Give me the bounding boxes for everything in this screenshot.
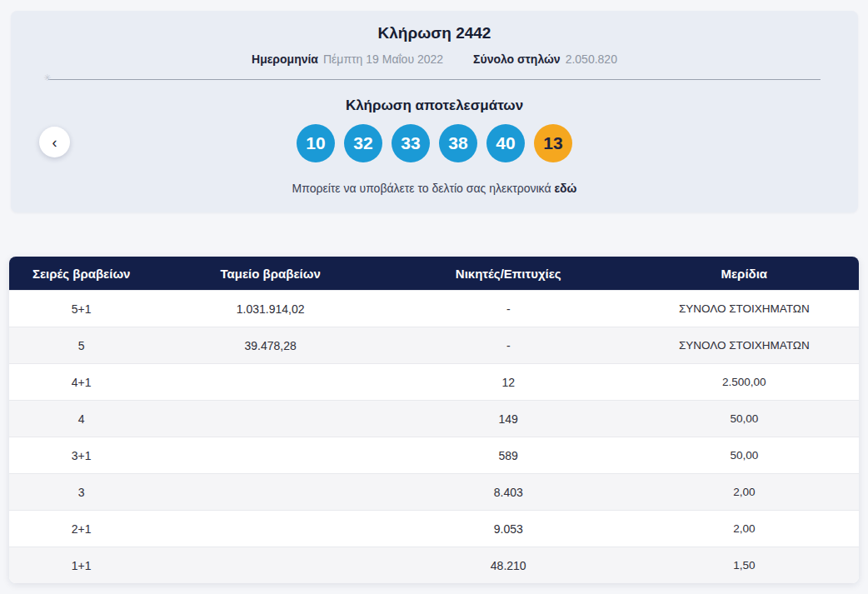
previous-draw-button[interactable]: ‹ [39,127,70,157]
table-row: 2+1 9.053 2,00 [9,510,859,547]
share-cell: 2.500,00 [630,376,859,388]
draw-date: Ημερομηνία Πέμπτη 19 Μαΐου 2022 [252,52,443,66]
draw-title: Κλήρωση 2442 [11,24,858,42]
column-header-fund: Ταμείο βραβείων [153,267,387,281]
table-row: 5 39.478,28 - ΣΥΝΟΛΟ ΣΤΟΙΧΗΜΑΤΩΝ [9,327,859,363]
table-row: 4 149 50,00 [9,400,859,437]
tier-cell: 2+1 [9,522,153,536]
number-ball: 38 [439,124,477,162]
fund-cell: 39.478,28 [153,339,387,352]
table-row: 5+1 1.031.914,02 - ΣΥΝΟΛΟ ΣΤΟΙΧΗΜΑΤΩΝ [9,290,859,327]
share-cell: ΣΥΝΟΛΟ ΣΤΟΙΧΗΜΑΤΩΝ [630,302,859,315]
tier-cell: 1+1 [9,559,153,572]
winners-cell: 48.210 [387,559,630,572]
tier-cell: 3 [9,486,153,499]
share-cell: ΣΥΝΟΛΟ ΣΤΟΙΧΗΜΑΤΩΝ [630,339,859,352]
card-divider: ✳ [48,79,821,80]
table-row: 4+1 12 2.500,00 [9,363,859,400]
share-cell: 2,00 [630,486,859,498]
submit-line: Μπορείτε να υποβάλετε το δελτίο σας ηλεκ… [11,182,858,195]
winning-numbers: 10 32 33 38 40 13 [11,124,858,162]
winners-cell: - [387,339,630,352]
winners-cell: - [387,302,630,316]
number-ball: 32 [344,124,382,162]
chevron-left-icon: ‹ [52,135,57,150]
column-header-winners: Νικητές/Επιτυχίες [387,267,630,281]
fund-cell: 1.031.914,02 [153,302,387,316]
winners-cell: 9.053 [387,522,630,536]
table-row: 1+1 48.210 1,50 [9,547,859,583]
winners-cell: 12 [387,376,630,389]
divider-line [48,79,821,80]
asterisk-icon: ✳ [43,72,51,83]
joker-ball: 13 [534,124,572,162]
draw-card: Κλήρωση 2442 Ημερομηνία Πέμπτη 19 Μαΐου … [11,11,858,212]
total-columns-label: Σύνολο στηλών [473,52,561,66]
winners-cell: 8.403 [387,486,630,499]
share-cell: 1,50 [630,559,859,572]
table-header-row: Σειρές βραβείων Ταμείο βραβείων Νικητές/… [9,257,859,290]
total-columns: Σύνολο στηλών 2.050.820 [473,52,617,66]
tier-cell: 4+1 [9,376,153,389]
share-cell: 2,00 [630,522,859,535]
number-ball: 40 [486,124,525,162]
tier-cell: 3+1 [9,449,153,462]
tier-cell: 4 [9,412,153,426]
tier-cell: 5+1 [9,302,153,316]
draw-meta: Ημερομηνία Πέμπτη 19 Μαΐου 2022 Σύνολο σ… [11,52,858,66]
draw-date-value: Πέμπτη 19 Μαΐου 2022 [323,52,443,66]
prizes-table: Σειρές βραβείων Ταμείο βραβείων Νικητές/… [9,257,859,583]
winners-cell: 589 [387,449,630,462]
table-row: 3 8.403 2,00 [9,473,859,510]
column-header-share: Μερίδια [630,267,859,281]
share-cell: 50,00 [630,449,859,462]
submit-text: Μπορείτε να υποβάλετε το δελτίο σας ηλεκ… [292,182,551,195]
results-heading: Κλήρωση αποτελεσμάτων [11,97,858,113]
share-cell: 50,00 [630,412,859,425]
tier-cell: 5 [9,339,153,352]
number-ball: 10 [297,124,335,162]
draw-date-label: Ημερομηνία [252,52,318,66]
column-header-tiers: Σειρές βραβείων [9,267,153,281]
table-row: 3+1 589 50,00 [9,437,859,473]
number-ball: 33 [392,124,430,162]
submit-here-link[interactable]: εδώ [554,182,576,195]
winners-cell: 149 [387,412,630,426]
total-columns-value: 2.050.820 [566,52,617,66]
